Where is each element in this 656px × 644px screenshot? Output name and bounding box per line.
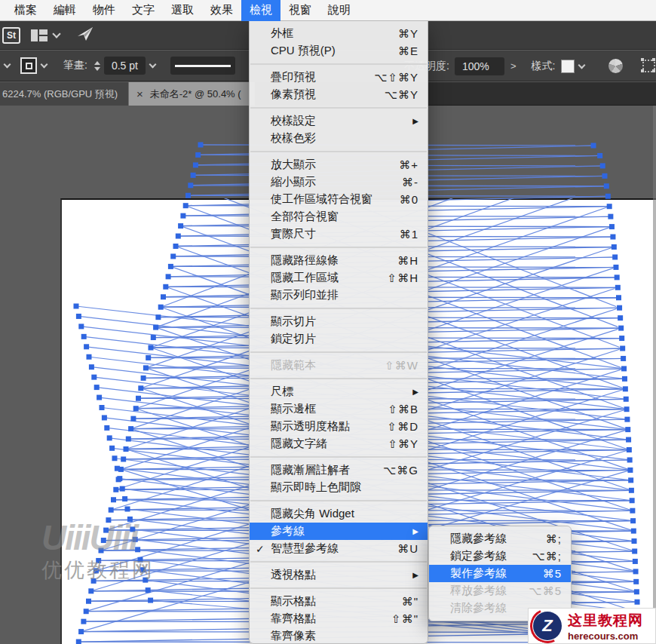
view-menu-item[interactable]: 顯示列印並排 — [250, 287, 428, 304]
menu-item-label: 隱藏工作區域 — [271, 271, 366, 285]
menu-item-label: 參考線 — [271, 524, 391, 538]
view-menu-item[interactable]: 隱藏尖角 Widget — [250, 505, 428, 523]
menu-item-label: 透視格點 — [271, 568, 391, 582]
view-menu-item[interactable]: 顯示格點⌘" — [250, 593, 428, 610]
menubar-item-8[interactable]: 視窗 — [280, 0, 320, 21]
menu-item-shortcut: ⌥⌘; — [532, 550, 562, 563]
stroke-stepper[interactable] — [94, 61, 100, 71]
menu-item-label: 靠齊格點 — [271, 612, 370, 626]
view-menu-item[interactable]: 隱藏漸層註解者⌥⌘G — [250, 462, 428, 479]
document-tab-1[interactable]: 6224.7% (RGB/GPU 預視) — [0, 82, 128, 106]
view-menu-item[interactable]: 顯示透明度格點⇧⌘D — [250, 418, 428, 435]
menu-separator — [250, 378, 427, 379]
menu-item-label: 校樣色彩 — [271, 131, 418, 146]
transform-bounding-box-icon[interactable] — [642, 60, 655, 72]
menu-item-shortcut: ⌥⌘G — [383, 464, 418, 477]
herecours-url: herecours.com — [568, 630, 643, 642]
view-menu-item[interactable]: 全部符合視窗 — [250, 208, 428, 225]
view-menu-item[interactable]: CPU 預視(P)⌘E — [250, 42, 428, 60]
menubar-item-7[interactable]: 檢視 — [241, 0, 280, 21]
menu-item-label: 隱藏參考線 — [450, 532, 525, 546]
menu-separator — [250, 561, 427, 563]
guides-submenu-item[interactable]: 鎖定參考線⌥⌘; — [429, 547, 571, 565]
tab-close-icon[interactable]: × — [136, 87, 143, 100]
menubar-item-6[interactable]: 效果 — [202, 0, 241, 21]
view-menu-item[interactable]: 隱藏路徑線條⌘H — [250, 252, 428, 269]
watermark-herecours: Z 这里教程网 herecours.com — [528, 608, 656, 644]
view-menu-item[interactable]: 參考線▶ — [250, 523, 428, 540]
view-menu-item[interactable]: 實際尺寸⌘1 — [250, 225, 428, 243]
menu-item-shortcut: ⇧⌘H — [388, 271, 418, 285]
menu-item-shortcut: ⌥⌘Y — [385, 88, 418, 102]
menu-item-shortcut: ⌘+ — [399, 158, 418, 172]
view-menu-item[interactable]: 透視格點▶ — [250, 566, 428, 584]
recolor-artwork-icon[interactable] — [608, 59, 623, 73]
fill-swatch[interactable] — [20, 57, 37, 74]
view-menu-item[interactable]: 校樣設定▶ — [250, 112, 428, 130]
submenu-arrow-icon: ▶ — [412, 117, 418, 125]
menu-item-label: 使工作區域符合視窗 — [271, 192, 379, 207]
menu-item-label: 顯示邊框 — [271, 402, 366, 416]
style-swatch[interactable] — [561, 60, 575, 73]
view-menu-item[interactable]: 顯示邊框⇧⌘B — [250, 400, 428, 418]
view-menu-item[interactable]: 靠齊格點⇧⌘" — [250, 610, 428, 627]
menu-item-label: 放大顯示 — [271, 158, 378, 172]
menu-separator — [250, 63, 427, 65]
view-menu-item[interactable]: 鎖定切片 — [250, 330, 428, 348]
menu-item-label: CPU 預視(P) — [271, 44, 377, 58]
guides-submenu-item[interactable]: 製作參考線⌘5 — [429, 565, 571, 582]
share-rocket-icon[interactable] — [76, 26, 94, 45]
menu-item-label: 像素預視 — [271, 87, 363, 102]
menu-item-label: 外框 — [271, 26, 377, 41]
chevron-down-icon[interactable] — [578, 61, 586, 69]
watermark-uiiiuiii: UiiiUiii 优优教程网 — [41, 520, 155, 584]
guides-submenu: 隱藏參考線⌘;鎖定參考線⌥⌘;製作參考線⌘5釋放參考線⌥⌘5清除參考線 — [428, 526, 572, 621]
view-menu-item[interactable]: 靠齊像素 — [250, 627, 428, 644]
view-menu-dropdown: 外框⌘YCPU 預視(P)⌘E疊印預視⌥⇧⌘Y像素預視⌥⌘Y校樣設定▶校樣色彩放… — [249, 21, 428, 644]
view-menu-item[interactable]: 顯示切片 — [250, 313, 428, 330]
view-menu-item[interactable]: 使工作區域符合視窗⌘0 — [250, 191, 428, 208]
workspace-layout-icon[interactable] — [31, 29, 48, 41]
view-menu-item[interactable]: 隱藏文字緒⇧⌘Y — [250, 435, 428, 452]
menubar-item-1[interactable]: 檔案 — [6, 0, 45, 21]
menu-item-shortcut: ⌥⇧⌘Y — [374, 71, 418, 84]
chevron-down-icon[interactable] — [149, 61, 156, 69]
view-menu-item[interactable]: 外框⌘Y — [250, 25, 428, 42]
menu-item-shortcut: ⇧⌘W — [385, 359, 418, 373]
vertical-scrollbar[interactable] — [653, 106, 656, 644]
document-tab-2[interactable]: ×未命名-2* @ 50.4% ( — [128, 82, 255, 106]
view-menu-item[interactable]: 隱藏工作區域⇧⌘H — [250, 269, 428, 287]
chevron-down-icon[interactable] — [52, 29, 60, 38]
stroke-weight-field[interactable]: 0.5 pt — [104, 57, 146, 75]
view-menu-item[interactable]: 校樣色彩 — [250, 130, 428, 147]
menu-item-label: 隱藏路徑線條 — [271, 253, 376, 268]
menu-item-label: 隱藏文字緒 — [271, 437, 366, 451]
view-menu-item[interactable]: 放大顯示⌘+ — [250, 156, 428, 173]
view-menu-item[interactable]: 尺標▶ — [250, 383, 428, 400]
stroke-style-dropdown[interactable] — [170, 57, 235, 75]
menu-item-label: 智慧型參考線 — [271, 541, 376, 556]
guides-submenu-item[interactable]: 隱藏參考線⌘; — [429, 530, 571, 547]
menu-item-label: 疊印預視 — [271, 70, 353, 84]
view-menu-item[interactable]: 縮小顯示⌘- — [250, 173, 428, 191]
tab-title: 6224.7% (RGB/GPU 預視) — [2, 87, 118, 101]
menubar-item-5[interactable]: 選取 — [163, 0, 202, 21]
stock-app-icon[interactable]: St — [2, 27, 20, 44]
menubar-item-9[interactable]: 說明 — [320, 0, 359, 21]
menu-item-label: 隱藏漸層註解者 — [271, 463, 362, 477]
chevron-down-icon[interactable] — [41, 61, 48, 69]
opacity-field[interactable]: 100% — [455, 57, 504, 75]
menu-item-label: 靠齊像素 — [271, 629, 418, 643]
chevron-down-icon[interactable] — [4, 61, 11, 69]
menubar-item-3[interactable]: 物件 — [84, 0, 124, 21]
opacity-more-button[interactable]: > — [510, 60, 517, 72]
menu-separator — [250, 500, 427, 501]
view-menu-item[interactable]: 像素預視⌥⌘Y — [250, 86, 428, 103]
menu-item-shortcut: ⇧⌘Y — [388, 437, 418, 451]
view-menu-item[interactable]: 疊印預視⌥⇧⌘Y — [250, 69, 428, 86]
submenu-arrow-icon: ▶ — [412, 571, 418, 579]
view-menu-item[interactable]: 顯示即時上色間隙 — [250, 479, 428, 496]
menubar-item-4[interactable]: 文字 — [124, 0, 163, 21]
menubar-item-2[interactable]: 編輯 — [45, 0, 84, 21]
view-menu-item[interactable]: ✓智慧型參考線⌘U — [250, 540, 428, 557]
